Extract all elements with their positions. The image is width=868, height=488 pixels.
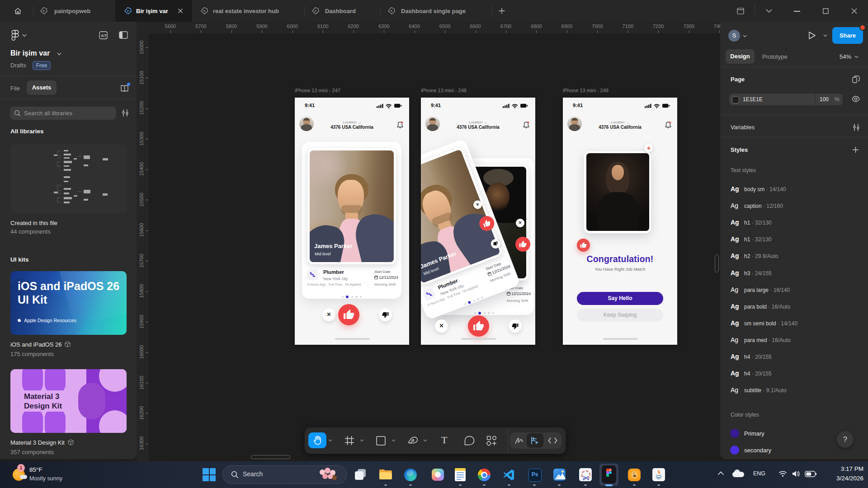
svg-text:A?: A? — [101, 33, 107, 38]
